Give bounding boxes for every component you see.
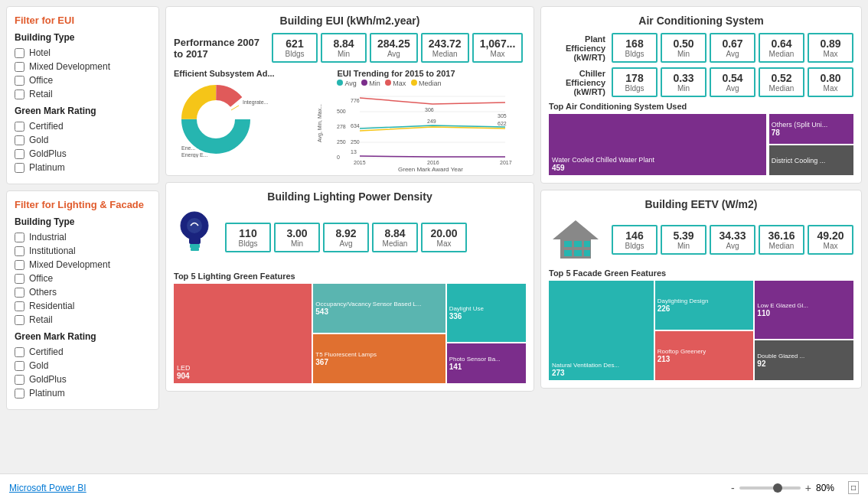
checkbox-platinum-1[interactable]: Platinum <box>15 162 151 173</box>
eetv-stat-median: 36.16 Median <box>759 225 804 255</box>
checkbox-hotel-input[interactable] <box>15 48 24 58</box>
eui-stat-median: 243.72 Median <box>421 33 469 63</box>
checkbox-institutional[interactable]: Institutional <box>15 246 151 256</box>
lighting-median-label: Median <box>380 239 410 248</box>
checkbox-goldplus-2[interactable]: GoldPlus <box>15 374 151 385</box>
checkbox-residential[interactable]: Residential <box>15 301 151 311</box>
green-mark-title-1: Green Mark Rating <box>15 106 151 116</box>
checkbox-retail-2[interactable]: Retail <box>15 314 151 325</box>
eetv-header: 146 Bldgs 5.39 Min 34.33 Avg 36.16 <box>549 216 853 262</box>
plant-avg-value: 0.67 <box>717 37 748 50</box>
zoom-slider[interactable] <box>739 486 801 490</box>
filter-eui-title: Filter for EUI <box>15 15 151 26</box>
svg-text:2015: 2015 <box>354 160 366 165</box>
checkbox-retail-2-input[interactable] <box>15 315 24 325</box>
checkbox-certified-1[interactable]: Certified <box>15 121 151 132</box>
checkbox-office-2[interactable]: Office <box>15 273 151 284</box>
checkbox-industrial-input[interactable] <box>15 233 24 242</box>
checkbox-others[interactable]: Others <box>15 287 151 298</box>
chiller-median-value: 0.52 <box>766 72 797 84</box>
eui-header: Performance 2007 to 2017 621 Bldgs 8.84 … <box>174 33 526 63</box>
eetv-stat-min: 5.39 Min <box>661 225 706 255</box>
lighting-avg-value: 8.92 <box>331 227 361 239</box>
lighting-max-label: Max <box>429 239 459 248</box>
zoom-minus[interactable]: - <box>731 482 735 494</box>
eui-min-label: Min <box>328 50 359 58</box>
svg-text:Energy E...: Energy E... <box>181 152 208 158</box>
checkbox-platinum-1-input[interactable] <box>15 163 24 173</box>
plant-max-label: Max <box>815 50 846 58</box>
lighting-bldgs-value: 110 <box>233 227 263 239</box>
ac-bar-container: Water Cooled Chilled Water Plant 459 Oth… <box>549 114 853 175</box>
right-panels: Air Conditioning System Plant Efficiency… <box>540 6 862 467</box>
eetv-stat-max: 49.20 Max <box>808 225 853 255</box>
checkbox-mixed-dev-input[interactable] <box>15 62 24 72</box>
eetv-stat-bldgs: 146 Bldgs <box>612 225 658 255</box>
daylight-facade-bar: Daylighting Design 226 <box>655 281 754 330</box>
eui-min-value: 8.84 <box>328 37 359 50</box>
eui-avg-label: Avg <box>377 50 410 58</box>
svg-text:250: 250 <box>351 139 360 145</box>
checkbox-mixed-dev-2-input[interactable] <box>15 260 24 270</box>
zoom-plus[interactable]: + <box>805 482 811 494</box>
lighting-header: 110 Bldgs 3.00 Min 8.92 Avg 8.84 <box>174 209 526 265</box>
eetv-stat-boxes: 146 Bldgs 5.39 Min 34.33 Avg 36.16 <box>612 225 853 255</box>
checkbox-gold-1[interactable]: Gold <box>15 135 151 145</box>
checkbox-certified-1-input[interactable] <box>15 122 24 132</box>
checkbox-residential-input[interactable] <box>15 301 24 311</box>
checkbox-office-2-input[interactable] <box>15 274 24 284</box>
fit-page-icon[interactable]: □ <box>848 481 859 494</box>
checkbox-mixed-dev[interactable]: Mixed Development <box>15 61 151 72</box>
checkbox-goldplus-1-label: GoldPlus <box>29 148 67 159</box>
eetv-bldgs-value: 146 <box>619 229 650 242</box>
checkbox-others-input[interactable] <box>15 288 24 298</box>
checkbox-gold-2[interactable]: Gold <box>15 360 151 371</box>
eui-bldgs-value: 621 <box>279 37 310 50</box>
eetv-stat-avg: 34.33 Avg <box>710 225 755 255</box>
checkbox-platinum-2-label: Platinum <box>29 388 65 399</box>
eui-stat-avg: 284.25 Avg <box>370 33 418 63</box>
center-panels: Building EUI (kWh/m2.year) Performance 2… <box>165 6 534 467</box>
zoom-thumb[interactable] <box>773 483 782 493</box>
checkbox-gold-2-input[interactable] <box>15 361 24 371</box>
eui-bldgs-label: Bldgs <box>279 50 310 58</box>
plant-median-value: 0.64 <box>766 37 797 50</box>
chiller-stat-bldgs: 178 Bldgs <box>612 67 658 97</box>
checkbox-goldplus-1[interactable]: GoldPlus <box>15 148 151 159</box>
checkbox-mixed-dev-2[interactable]: Mixed Development <box>15 259 151 270</box>
occupancy-bar: Occupancy/Vacancy Sensor Based L... 543 <box>313 284 445 333</box>
svg-text:Ene...: Ene... <box>181 145 195 151</box>
checkbox-goldplus-1-input[interactable] <box>15 149 24 159</box>
svg-rect-39 <box>584 241 590 247</box>
powerbi-link[interactable]: Microsoft Power BI <box>9 483 86 493</box>
checkbox-gold-1-input[interactable] <box>15 135 24 145</box>
checkbox-office-2-label: Office <box>29 273 53 284</box>
checkbox-institutional-input[interactable] <box>15 246 24 256</box>
checkbox-goldplus-2-input[interactable] <box>15 375 24 385</box>
checkbox-office-input[interactable] <box>15 76 24 86</box>
checkbox-platinum-2-input[interactable] <box>15 389 24 399</box>
checkbox-certified-2-input[interactable] <box>15 347 24 357</box>
checkbox-retail-input[interactable] <box>15 89 24 99</box>
ac-panel: Air Conditioning System Plant Efficiency… <box>540 6 862 184</box>
checkbox-platinum-2[interactable]: Platinum <box>15 388 151 399</box>
plant-stat-median: 0.64 Median <box>759 33 804 63</box>
checkbox-retail[interactable]: Retail <box>15 89 151 99</box>
checkbox-hotel[interactable]: Hotel <box>15 47 151 58</box>
chiller-avg-label: Avg <box>717 84 748 93</box>
svg-rect-42 <box>584 250 590 256</box>
checkbox-industrial[interactable]: Industrial <box>15 232 151 242</box>
svg-point-3 <box>204 108 227 131</box>
checkbox-mixed-dev-label: Mixed Development <box>29 61 110 72</box>
svg-rect-33 <box>190 244 200 248</box>
top-ac-section: Top Air Conditioning System Used Water C… <box>549 102 853 175</box>
trending-title: EUI Trending for 2015 to 2017 <box>337 69 526 78</box>
others-ac-bar: Others (Split Uni... 78 <box>769 114 853 144</box>
eui-avg-value: 284.25 <box>377 37 410 50</box>
lighting-stat-bldgs: 110 Bldgs <box>225 223 271 252</box>
subsystem-title: Efficient Subsystem Ad... <box>174 69 331 78</box>
zoom-level-label: 80% <box>816 483 844 493</box>
checkbox-certified-2[interactable]: Certified <box>15 346 151 357</box>
checkbox-office[interactable]: Office <box>15 75 151 86</box>
lighting-title: Building Lighting Power Density <box>174 190 526 203</box>
